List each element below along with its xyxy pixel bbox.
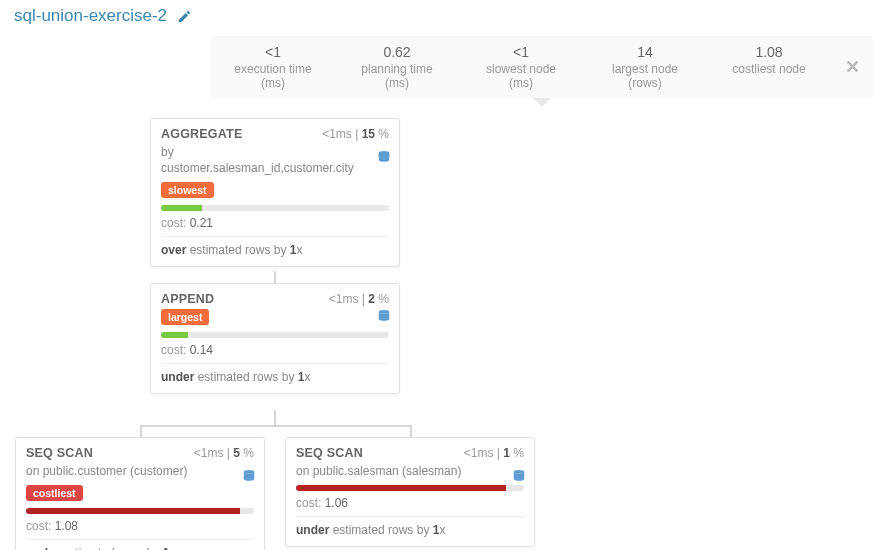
cost-row: cost: 1.08 <box>26 519 254 540</box>
database-icon[interactable] <box>377 308 391 327</box>
stat-largest-node: 14 largest node (rows) <box>600 44 690 90</box>
node-title: AGGREGATE <box>161 127 242 141</box>
node-aggregate[interactable]: AGGREGATE <1ms | 15 % by customer.salesm… <box>150 118 400 267</box>
stat-planning-time: 0.62 planning time (ms) <box>352 44 442 90</box>
plan-tree: AGGREGATE <1ms | 15 % by customer.salesm… <box>0 98 873 538</box>
database-icon[interactable] <box>377 149 391 168</box>
node-title: APPEND <box>161 292 214 306</box>
node-seqscan-customer[interactable]: SEQ SCAN <1ms | 5 % on public.customer (… <box>15 437 265 550</box>
badge-slowest: slowest <box>161 182 214 198</box>
progress-bar <box>296 485 524 491</box>
node-seqscan-salesman[interactable]: SEQ SCAN <1ms | 1 % on public.salesman (… <box>285 437 535 547</box>
progress-bar <box>161 205 389 211</box>
estimate-row: under estimated rows by 1x <box>26 546 254 550</box>
progress-bar <box>26 508 254 514</box>
connector <box>274 410 276 425</box>
badge-largest: largest <box>161 309 209 325</box>
badge-costliest: costliest <box>26 485 83 501</box>
close-icon[interactable]: ✕ <box>845 56 860 78</box>
connector <box>140 425 142 437</box>
database-icon[interactable] <box>512 468 526 487</box>
svg-point-2 <box>244 470 255 474</box>
database-icon[interactable] <box>242 468 256 487</box>
stats-bar: <1 execution time (ms) 0.62 planning tim… <box>210 36 873 98</box>
node-subtitle: on public.customer (customer) <box>26 463 254 479</box>
node-subtitle: on public.salesman (salesman) <box>296 463 524 479</box>
estimate-row: under estimated rows by 1x <box>161 370 389 384</box>
node-metrics: <1ms | 2 % <box>329 292 389 306</box>
connector <box>274 271 276 283</box>
edit-icon[interactable] <box>177 9 192 24</box>
node-metrics: <1ms | 1 % <box>464 446 524 460</box>
estimate-row: under estimated rows by 1x <box>296 523 524 537</box>
cost-row: cost: 0.21 <box>161 216 389 237</box>
node-metrics: <1ms | 5 % <box>194 446 254 460</box>
page-title: sql-union-exercise-2 <box>14 6 167 26</box>
progress-bar <box>161 332 389 338</box>
node-metrics: <1ms | 15 % <box>322 127 389 141</box>
connector <box>410 425 412 437</box>
stat-slowest-node: <1 slowest node (ms) <box>476 44 566 90</box>
stat-costliest-node: 1.08 costliest node <box>724 44 814 90</box>
stat-execution-time: <1 execution time (ms) <box>228 44 318 90</box>
estimate-row: over estimated rows by 1x <box>161 243 389 257</box>
node-title: SEQ SCAN <box>296 446 363 460</box>
cost-row: cost: 1.06 <box>296 496 524 517</box>
node-append[interactable]: APPEND <1ms | 2 % largest cost: 0.14 und… <box>150 283 400 394</box>
svg-point-1 <box>379 310 390 314</box>
node-subtitle: by customer.salesman_id,customer.city <box>161 144 389 176</box>
cost-row: cost: 0.14 <box>161 343 389 364</box>
svg-point-3 <box>514 470 525 474</box>
node-title: SEQ SCAN <box>26 446 93 460</box>
connector <box>140 425 410 427</box>
